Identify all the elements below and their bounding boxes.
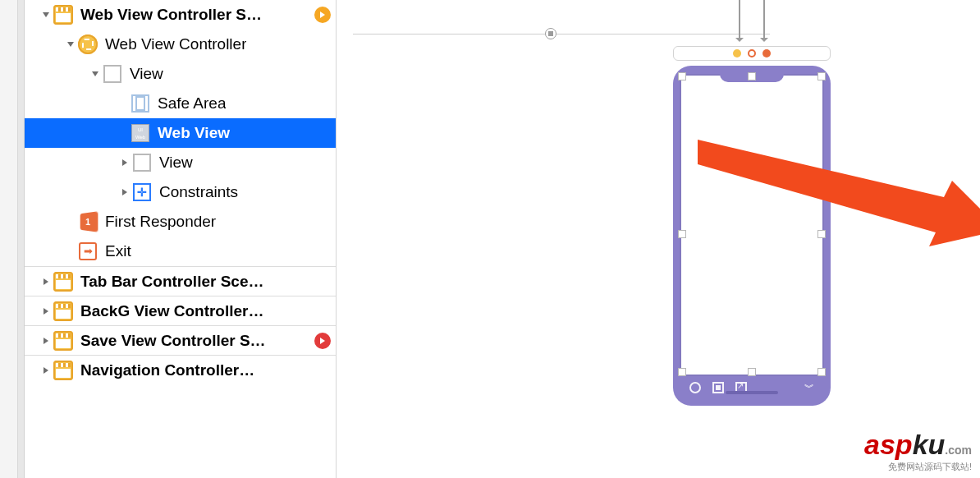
- disclosure-triangle-icon[interactable]: [89, 67, 102, 80]
- editor-gutter: [0, 0, 18, 478]
- scene-row-save[interactable]: Save View Controller S…: [25, 325, 336, 355]
- dock-anchor-icon: [545, 28, 556, 39]
- scene-entry-badge-icon[interactable]: [314, 7, 331, 23]
- segue-arrow-icon: [763, 0, 765, 41]
- disclosure-triangle-icon[interactable]: [39, 364, 53, 377]
- view-row[interactable]: View: [25, 59, 336, 89]
- first-responder-dock-icon[interactable]: [748, 49, 756, 57]
- scene-row-web-view-controller[interactable]: Web View Controller S…: [25, 0, 336, 30]
- svg-marker-10: [44, 367, 48, 374]
- scene-row-tabbar[interactable]: Tab Bar Controller Sce…: [25, 266, 336, 296]
- watermark-subtitle: 免费网站源码下载站!: [864, 461, 972, 473]
- exit-row[interactable]: Exit: [25, 237, 336, 266]
- watermark-text: asp: [864, 429, 913, 460]
- disclosure-triangle-icon[interactable]: [39, 305, 53, 318]
- segue-line: [353, 34, 545, 34]
- editor-split-bar[interactable]: [18, 0, 25, 478]
- storyboard-scene-icon: [53, 360, 74, 381]
- tab-item-icon[interactable]: [712, 382, 724, 393]
- disclosure-triangle-icon[interactable]: [64, 38, 77, 51]
- watermark-text: ku: [913, 429, 946, 460]
- svg-marker-0: [43, 12, 49, 17]
- resize-handle[interactable]: [817, 72, 826, 80]
- inner-view-row[interactable]: View: [25, 148, 336, 177]
- safearea-label: Safe Area: [158, 94, 226, 113]
- storyboard-scene-icon: [53, 330, 74, 352]
- document-outline: Web View Controller S… Web View Controll…: [25, 0, 337, 478]
- resize-handle[interactable]: [817, 368, 826, 376]
- disclosure-triangle-icon[interactable]: [39, 334, 53, 347]
- first-responder-icon: 1: [77, 211, 98, 232]
- scene-label: Navigation Controller…: [80, 361, 254, 379]
- svg-marker-6: [44, 278, 48, 285]
- resize-handle[interactable]: [678, 368, 686, 376]
- svg-marker-1: [320, 11, 325, 18]
- storyboard-scene-icon: [53, 301, 74, 322]
- viewcontroller-label: Web View Controller: [105, 35, 246, 53]
- watermark: aspku.com 免费网站源码下载站!: [864, 429, 972, 473]
- exit-label: Exit: [105, 242, 131, 260]
- resize-handle[interactable]: [817, 230, 826, 238]
- tab-item-icon[interactable]: [689, 382, 701, 393]
- scene-label: Save View Controller S…: [80, 332, 266, 350]
- viewcontroller-dock-icon[interactable]: [733, 49, 741, 57]
- svg-marker-8: [44, 338, 48, 344]
- scene-label: Web View Controller S…: [80, 6, 262, 24]
- view-icon: [102, 63, 123, 85]
- segue-arrow-icon: [739, 0, 740, 41]
- safearea-icon: [130, 93, 151, 114]
- viewcontroller-row[interactable]: Web View Controller: [25, 30, 336, 59]
- svg-marker-2: [67, 42, 74, 47]
- safearea-row[interactable]: Safe Area: [25, 89, 336, 118]
- device-frame[interactable]: ︾: [673, 66, 831, 406]
- view-icon: [131, 152, 153, 173]
- webview-selected-view[interactable]: [681, 76, 822, 375]
- disclosure-triangle-icon[interactable]: [118, 186, 131, 199]
- scene-label: Tab Bar Controller Sce…: [80, 273, 263, 291]
- disclosure-triangle-icon[interactable]: [39, 275, 53, 288]
- svg-marker-3: [92, 71, 98, 76]
- webview-row[interactable]: UIWeb Web View: [25, 118, 336, 148]
- home-indicator-icon: [726, 391, 778, 394]
- view-label: View: [130, 65, 163, 83]
- first-responder-row[interactable]: 1 First Responder: [25, 207, 336, 237]
- webview-label: Web View: [158, 124, 230, 142]
- disclosure-triangle-icon[interactable]: [118, 156, 131, 169]
- svg-marker-5: [122, 189, 127, 195]
- svg-marker-7: [44, 308, 48, 315]
- chevron-down-icon[interactable]: ︾: [804, 384, 814, 391]
- resize-handle[interactable]: [748, 72, 756, 80]
- svg-marker-4: [122, 159, 127, 166]
- constraints-icon: [131, 182, 153, 203]
- interface-builder-canvas[interactable]: ︾: [337, 0, 980, 478]
- resize-handle[interactable]: [748, 368, 756, 376]
- exit-icon: [77, 241, 98, 262]
- scene-row-backg[interactable]: BackG View Controller…: [25, 296, 336, 325]
- webview-icon: UIWeb: [130, 122, 151, 144]
- scene-label: BackG View Controller…: [80, 302, 264, 320]
- segue-line: [556, 34, 770, 34]
- tab-bar: ︾: [681, 376, 822, 399]
- scene-error-badge-icon[interactable]: [314, 333, 331, 349]
- inner-view-label: View: [159, 154, 193, 172]
- resize-handle[interactable]: [678, 72, 686, 80]
- disclosure-triangle-icon[interactable]: [39, 8, 53, 21]
- scene-dock[interactable]: [673, 46, 831, 61]
- constraints-label: Constraints: [159, 183, 238, 201]
- first-responder-label: First Responder: [105, 213, 216, 231]
- scene-row-navigation[interactable]: Navigation Controller…: [25, 355, 336, 384]
- svg-marker-9: [320, 338, 325, 344]
- storyboard-scene-icon: [53, 4, 74, 25]
- constraints-row[interactable]: Constraints: [25, 177, 336, 207]
- watermark-text: .com: [945, 444, 972, 457]
- resize-handle[interactable]: [678, 230, 686, 238]
- exit-dock-icon[interactable]: [762, 49, 771, 57]
- storyboard-scene-icon: [53, 271, 74, 292]
- viewcontroller-icon: [77, 34, 98, 55]
